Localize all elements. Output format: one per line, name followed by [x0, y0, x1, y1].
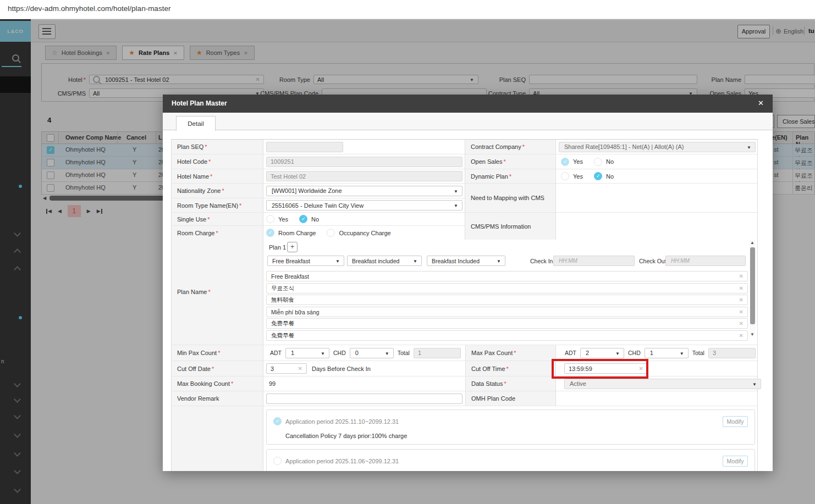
- contract-company-label: Contract Company*: [465, 140, 556, 154]
- min-pax-count-label: Min Pax Count*: [172, 345, 263, 361]
- modal-title: Hotel Plan Master: [172, 99, 227, 107]
- need-mapping-cms-label: Need to Mapping with CMS: [465, 184, 556, 212]
- hotel-code-input: 1009251: [266, 157, 462, 167]
- max-pax-count-label: Max Pax Count*: [465, 345, 556, 361]
- omh-plan-code-label: OMH Plan Code: [465, 391, 556, 406]
- max-booking-count-value: 99: [269, 380, 276, 387]
- check-out-input: HH:MM: [665, 256, 746, 266]
- plan-name-row: Plan Name* Plan 1 Free Breakfast Breakfa…: [171, 239, 758, 345]
- cut-off-date-input[interactable]: 3: [266, 363, 307, 374]
- max-total-input: 3: [708, 348, 756, 358]
- cut-off-date-label: Cut Off Date*: [172, 361, 263, 376]
- open-sales-no-radio[interactable]: [594, 158, 602, 166]
- clear-icon[interactable]: [639, 365, 643, 372]
- plan-seq-input: [266, 142, 343, 152]
- form-right-column: Contract Company* Shared Rate[109485:1] …: [465, 139, 758, 240]
- single-use-label: Single Use*: [172, 213, 263, 225]
- plan-name-translation-input[interactable]: Miễn phí bữa sáng: [266, 307, 748, 317]
- cms-pms-information-value: [556, 213, 757, 240]
- application-period-radio[interactable]: [273, 457, 282, 465]
- tab-detail[interactable]: Detail: [176, 116, 216, 131]
- max-chd-select[interactable]: 1: [645, 348, 689, 358]
- plan-name-translation-input[interactable]: 無料朝食: [266, 295, 748, 305]
- plan-seq-label: Plan SEQ*: [172, 140, 263, 154]
- application-periods-label: [172, 406, 263, 471]
- room-charge-label: Room Charge*: [172, 226, 263, 240]
- clear-icon[interactable]: [739, 309, 744, 315]
- clear-icon[interactable]: [739, 297, 744, 303]
- adt-label: ADT: [270, 350, 282, 356]
- plan-index-label: Plan 1: [269, 244, 286, 251]
- vertical-scrollbar[interactable]: ▲ ▼: [750, 240, 756, 337]
- single-use-no-radio[interactable]: [299, 215, 307, 223]
- max-booking-count-label: Max Booking Count*: [172, 376, 263, 391]
- vendor-remark-input[interactable]: [266, 394, 462, 404]
- chd-label: CHD: [628, 350, 641, 356]
- clear-icon[interactable]: [739, 333, 744, 339]
- form-bottom-rows: Min Pax Count* ADT 1 CHD 0 Total 1 Max P…: [171, 345, 758, 406]
- clear-icon[interactable]: [739, 285, 744, 291]
- room-type-name-select[interactable]: 25516065 - Deluxe Twin City View: [266, 200, 462, 211]
- clear-icon[interactable]: [739, 320, 744, 326]
- data-status-select[interactable]: Active: [564, 379, 761, 389]
- plan-type-select-3[interactable]: Breakfast Included: [427, 256, 505, 266]
- plan-name-translation-input[interactable]: Free Breakfast: [266, 271, 748, 281]
- check-in-input: HH:MM: [553, 256, 635, 266]
- room-charge-radio[interactable]: [266, 229, 274, 237]
- modify-button[interactable]: Modify: [723, 456, 748, 467]
- data-status-label: Data Status*: [465, 376, 556, 391]
- url-text[interactable]: https://dev-adm.ohmyhotel.com/hotel/plan…: [8, 4, 170, 13]
- cancellation-policy-text: Cancellation Policy 7 days prior:100% ch…: [285, 433, 407, 439]
- application-periods-row: Application period 2025.11.10~2099.12.31…: [171, 406, 758, 471]
- hotel-name-input: Test Hotel 02: [266, 171, 462, 181]
- scroll-up-icon[interactable]: ▲: [750, 240, 755, 245]
- hotel-name-label: Hotel Name*: [172, 169, 263, 183]
- vendor-remark-label: Vendor Remark: [172, 391, 263, 406]
- min-adt-select[interactable]: 1: [285, 348, 329, 358]
- contract-company-select[interactable]: Shared Rate[109485:1] - Net(A) | Allot(A…: [559, 142, 756, 152]
- cut-off-date-suffix: Days Before Check In: [312, 365, 371, 372]
- clear-icon[interactable]: [298, 365, 302, 372]
- max-adt-select[interactable]: 2: [580, 348, 624, 358]
- application-period-card[interactable]: Application period 2025.11.06~2099.12.31…: [266, 449, 755, 471]
- plan-type-select-1[interactable]: Free Breakfast: [267, 256, 344, 266]
- occupancy-charge-radio[interactable]: [327, 229, 335, 237]
- modal-header: Hotel Plan Master: [163, 95, 773, 113]
- browser-url-bar[interactable]: https://dev-adm.ohmyhotel.com/hotel/plan…: [0, 0, 815, 19]
- plan-name-translation-input[interactable]: 무료조식: [266, 283, 748, 293]
- application-period-label: Application period 2025.11.10~2099.12.31: [285, 418, 399, 425]
- check-in-label: Check In: [530, 258, 553, 264]
- single-use-yes-radio[interactable]: [266, 215, 274, 223]
- application-period-radio[interactable]: [273, 417, 282, 425]
- need-mapping-cms-value: [556, 184, 757, 212]
- modal-tab-strip: [163, 113, 773, 130]
- clear-icon[interactable]: [739, 273, 744, 279]
- plan-name-translation-input[interactable]: 免费早餐: [266, 318, 748, 329]
- min-total-input: 1: [414, 348, 461, 358]
- dynamic-plan-yes-radio[interactable]: [561, 172, 569, 180]
- close-icon[interactable]: [758, 99, 764, 107]
- hotel-code-label: Hotel Code*: [172, 154, 263, 169]
- form-left-column: Plan SEQ* Hotel Code* 1009251 Hotel Name…: [171, 139, 465, 240]
- room-type-name-label: Room Type Name(EN)*: [172, 198, 263, 212]
- add-plan-button[interactable]: [287, 242, 298, 252]
- check-out-label: Check Out: [639, 258, 667, 264]
- scroll-down-icon[interactable]: ▼: [750, 332, 755, 337]
- application-period-card[interactable]: Application period 2025.11.10~2099.12.31…: [266, 409, 755, 445]
- cut-off-time-input[interactable]: 13:59:59: [564, 363, 648, 374]
- open-sales-yes-radio[interactable]: [561, 158, 569, 166]
- total-label: Total: [398, 350, 410, 356]
- min-chd-select[interactable]: 0: [350, 348, 394, 358]
- omh-plan-code-value: [556, 391, 757, 406]
- nationality-zone-label: Nationality Zone*: [172, 184, 263, 198]
- plan-name-editor: Plan 1 Free Breakfast Breakfast included…: [263, 239, 757, 345]
- dynamic-plan-no-radio[interactable]: [594, 172, 602, 180]
- plan-name-translation-input[interactable]: 免費早餐: [266, 330, 748, 341]
- application-period-label: Application period 2025.11.06~2099.12.31: [285, 458, 399, 464]
- plan-type-select-2[interactable]: Breakfast included: [347, 256, 422, 266]
- modify-button[interactable]: Modify: [723, 416, 748, 427]
- plan-name-label: Plan Name*: [172, 239, 263, 345]
- dynamic-plan-label: Dynamic Plan*: [465, 169, 556, 183]
- scrollbar-thumb[interactable]: [750, 247, 755, 324]
- nationality-zone-select[interactable]: [WW001] Worldwide Zone: [266, 186, 462, 196]
